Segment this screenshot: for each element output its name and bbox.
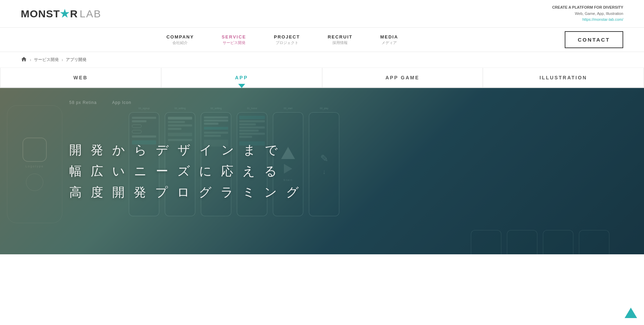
- breadcrumb-separator-2: ›: [62, 58, 63, 62]
- nav-item-service[interactable]: SERVICE サービス開発: [222, 34, 246, 45]
- nav-item-project[interactable]: PROJECT プロジェクト: [274, 34, 300, 45]
- breadcrumb-current: アプリ開発: [66, 57, 87, 63]
- tab-web[interactable]: WEB: [0, 68, 161, 87]
- nav-item-recruit[interactable]: RECRUIT 採用情報: [328, 34, 352, 45]
- nav-label-media: MEDIA: [380, 34, 398, 39]
- nav-item-media[interactable]: MEDIA メディア: [380, 34, 398, 45]
- contact-button[interactable]: CONTACT: [565, 31, 623, 48]
- header: MONST★RLAB CREATE A PLATFORM FOR DIVERSI…: [0, 0, 644, 28]
- breadcrumb: › サービス開発 › アプリ開発: [0, 52, 644, 68]
- logo[interactable]: MONST★RLAB: [21, 8, 101, 20]
- wf-group-6: 00_play ✎ ↓: [309, 107, 339, 216]
- nav-sublabel-service: サービス開発: [222, 40, 246, 45]
- tab-app[interactable]: APP: [161, 68, 322, 87]
- breadcrumb-separator-1: ›: [30, 58, 31, 62]
- nav-items: COMPANY 会社紹介 SERVICE サービス開発 PROJECT プロジェ…: [21, 34, 544, 45]
- hero-app-icon: [23, 138, 47, 162]
- nav-label-company: COMPANY: [167, 34, 194, 39]
- hero-logotype-label: Logotype: [25, 165, 44, 168]
- nav-label-recruit: RECRUIT: [328, 34, 352, 39]
- nav-label-project: PROJECT: [274, 34, 300, 39]
- hero-line-1: 開 発 か ら デ ザ イ ン ま で: [69, 139, 302, 160]
- tab-app-game[interactable]: APP GAME: [322, 68, 483, 87]
- hero-banner: Logotype 58 px Retina App Icon 00_signup…: [0, 88, 644, 254]
- hero-circle-icon: [26, 174, 43, 191]
- header-tagline: CREATE A PLATFORM FOR DIVERSITY: [552, 5, 623, 11]
- breadcrumb-service[interactable]: サービス開発: [34, 57, 59, 63]
- hero-icon-size-label: 58 px Retina App Icon: [69, 100, 131, 105]
- main-nav: COMPANY 会社紹介 SERVICE サービス開発 PROJECT プロジェ…: [0, 28, 644, 52]
- nav-label-service: SERVICE: [222, 34, 246, 39]
- hero-left-phone: Logotype: [7, 105, 62, 223]
- hero-line-3: 高 度 開 発 プ ロ グ ラ ミ ン グ: [69, 182, 302, 203]
- nav-sublabel-company: 会社紹介: [167, 40, 194, 45]
- header-info: CREATE A PLATFORM FOR DIVERSITY Web, Gam…: [552, 5, 623, 23]
- header-subtitle: Web, Game, App, Illustration: [552, 11, 623, 17]
- nav-sublabel-project: プロジェクト: [274, 40, 300, 45]
- tab-illustration[interactable]: ILLUSTRATION: [483, 68, 644, 87]
- sub-nav: WEB APP APP GAME ILLUSTRATION: [0, 68, 644, 88]
- nav-sublabel-recruit: 採用情報: [328, 40, 352, 45]
- header-url: https://monstar-lab.com/: [552, 17, 623, 23]
- hero-line-2: 幅 広 い ニ ー ズ に 応 え る: [69, 160, 302, 182]
- nav-sublabel-media: メディア: [380, 40, 398, 45]
- hero-wireframes-bottom: [471, 230, 609, 254]
- nav-item-company[interactable]: COMPANY 会社紹介: [167, 34, 194, 45]
- hero-text: 開 発 か ら デ ザ イ ン ま で 幅 広 い ニ ー ズ に 応 え る …: [69, 139, 302, 203]
- logo-text: MONST★RLAB: [21, 8, 101, 20]
- home-icon[interactable]: [21, 56, 27, 63]
